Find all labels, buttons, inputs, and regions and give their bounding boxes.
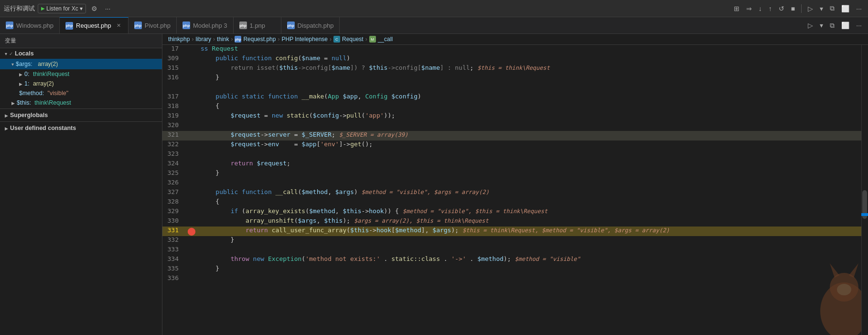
breadcrumb-call-method[interactable]: __call: [378, 36, 393, 43]
tab-close-button[interactable]: ✕: [115, 22, 122, 29]
stop-button[interactable]: ■: [789, 3, 797, 14]
code-line-327: 327 public function __call($method, $arg…: [162, 188, 868, 198]
breadcrumb-thinkphp[interactable]: thinkphp: [168, 36, 190, 43]
line-gutter: [186, 188, 197, 198]
line-gutter: [186, 207, 197, 217]
line-code: }: [197, 236, 868, 246]
line-num: 320: [162, 121, 186, 131]
more-tab-button[interactable]: ···: [854, 20, 864, 31]
line-gutter: [186, 140, 197, 150]
breadcrumb-request-php[interactable]: Request.php: [243, 36, 276, 43]
variables-tree: Locals $args: array(2) 0: think\Request …: [0, 48, 162, 335]
line-code: public function __call($method, $args) $…: [197, 188, 868, 198]
sep1: ›: [192, 36, 193, 43]
gear-button[interactable]: ⚙: [89, 3, 100, 14]
line-gutter: [186, 102, 197, 112]
sep4: ›: [278, 36, 279, 43]
args-0-expand-icon: [19, 71, 22, 77]
tab-label: Request.php: [76, 22, 111, 29]
tab-label: Pivot.php: [145, 22, 171, 29]
grid-icon-button[interactable]: ⊞: [731, 3, 742, 14]
code-line-blank4: 326: [162, 179, 868, 188]
breadcrumb-library[interactable]: library: [195, 36, 211, 43]
line-gutter: [186, 150, 197, 160]
more-button2[interactable]: ···: [854, 3, 864, 14]
main-area: 变量 Locals $args: array(2) 0: think\Reque…: [0, 34, 868, 335]
run-tab-button[interactable]: ▷: [805, 20, 815, 31]
breadcrumb-request-class[interactable]: Request: [342, 36, 364, 43]
more-button[interactable]: ···: [103, 3, 113, 14]
breadcrumb-think[interactable]: think: [217, 36, 229, 43]
code-line-315: 315 return isset($this->config[$name]) ?…: [162, 64, 868, 74]
php-icon: php: [239, 22, 247, 29]
locals-expand-icon: [5, 50, 7, 57]
line-code: return call_user_func_array($this->hook[…: [197, 227, 868, 236]
method-name: $method:: [19, 90, 46, 97]
listen-button[interactable]: ▶ Listen for Xc ▾: [38, 4, 86, 13]
step-out-button[interactable]: ↑: [766, 3, 774, 14]
line-gutter: [186, 246, 197, 255]
line-num: 331: [162, 227, 186, 236]
line-code: if (array_key_exists($method, $this->hoo…: [197, 207, 868, 217]
right-toolbar: ⊞ ⇒ ↓ ↑ ↺ ■ ▷ ▾ ⧉ ⬜ ···: [731, 3, 864, 14]
tab-model-php[interactable]: php Model.php 3: [177, 17, 234, 33]
args-0-value: think\Request: [33, 71, 69, 77]
copy-tab-button[interactable]: ⧉: [827, 20, 837, 31]
restart-button[interactable]: ↺: [776, 3, 787, 14]
line-code: [197, 121, 868, 131]
locals-section[interactable]: Locals: [0, 48, 162, 59]
code-line-blank1: [162, 83, 868, 93]
line-gutter: [186, 179, 197, 188]
split-button[interactable]: ⬜: [839, 3, 852, 14]
line-num: 317: [162, 93, 186, 102]
code-line-322: 322 $request->env = $app['env']->get();: [162, 140, 868, 150]
args-value: array(2): [36, 60, 60, 68]
tab-windows-php[interactable]: php Windows.php: [0, 17, 60, 33]
dropdown-button[interactable]: ▾: [817, 3, 825, 14]
line-code: {: [197, 198, 868, 207]
php-icon: php: [6, 22, 13, 29]
code-line-316: 316 }: [162, 74, 868, 83]
dropdown-tab-button[interactable]: ▾: [817, 20, 825, 31]
copy-icon-button[interactable]: ⧉: [827, 3, 837, 14]
run-debug-label: 运行和调试: [4, 4, 35, 13]
user-constants-section[interactable]: User defined constants: [0, 123, 162, 133]
var-args-1-item[interactable]: 1: array(2): [0, 79, 162, 88]
var-this-item[interactable]: $this: think\Request: [0, 98, 162, 108]
line-code: public static function __make(App $app, …: [197, 93, 868, 102]
line-code: }: [197, 265, 868, 274]
run-button2[interactable]: ▷: [805, 3, 815, 14]
line-code: [197, 83, 868, 93]
step-into-button[interactable]: ↓: [756, 3, 764, 14]
split-tab-button[interactable]: ⬜: [839, 20, 852, 31]
var-method-item[interactable]: $method: "visible": [0, 88, 162, 98]
args-expand-icon: [11, 61, 14, 67]
superglobals-section[interactable]: Superglobals: [0, 110, 162, 120]
tab-pivot-php[interactable]: php Pivot.php: [129, 17, 177, 33]
line-gutter: [186, 255, 197, 265]
tab-dispatch-php[interactable]: php Dispatch.php: [281, 17, 340, 33]
tab-1pnp[interactable]: php 1.pnp: [234, 17, 281, 33]
sep3: ›: [231, 36, 233, 43]
line-code: ss Request: [197, 45, 868, 54]
breakpoint-icon[interactable]: ⬤: [186, 227, 197, 236]
line-code: [197, 246, 868, 255]
vertical-scrollbar[interactable]: [861, 45, 868, 335]
line-code: [197, 274, 868, 284]
breadcrumb-intelephense[interactable]: PHP Intelephense: [281, 36, 328, 43]
code-line-328: 328 {: [162, 198, 868, 207]
tab-request-php[interactable]: php Request.php ✕: [60, 17, 129, 33]
code-table: 17 ss Request 309 public function config…: [162, 45, 868, 284]
line-num: 332: [162, 236, 186, 246]
line-gutter: [186, 131, 197, 140]
svg-point-0: [820, 282, 868, 335]
var-args-0-item[interactable]: 0: think\Request: [0, 69, 162, 79]
line-gutter: [186, 169, 197, 179]
var-args-item[interactable]: $args: array(2): [0, 59, 162, 69]
php-icon: php: [65, 22, 73, 30]
variables-label: 变量: [5, 37, 16, 44]
step-over-button[interactable]: ⇒: [744, 3, 754, 14]
top-toolbar: 运行和调试 ▶ Listen for Xc ▾ ⚙ ··· ⊞ ⇒ ↓ ↑ ↺ …: [0, 0, 868, 17]
tab-label: Model.php 3: [193, 22, 227, 29]
code-container[interactable]: 17 ss Request 309 public function config…: [162, 45, 868, 335]
